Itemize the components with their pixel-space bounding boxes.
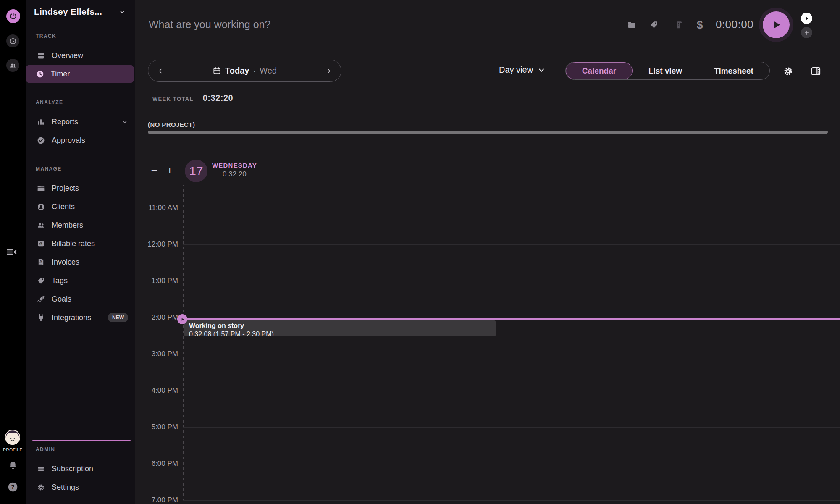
zoom-out-button[interactable]: − [148,164,160,177]
hour-label: 12:00 PM [135,240,178,249]
workspace-power-button[interactable] [6,9,20,23]
day-total: 0:32:20 [212,170,257,178]
sidebar-divider [32,440,131,441]
weekday-label: Wed [260,66,277,76]
task-description-input[interactable] [148,13,444,35]
calendar-settings-button[interactable] [782,66,794,77]
timer-mode-button[interactable] [801,13,812,24]
zoom-in-button[interactable]: + [163,164,176,177]
time-entry-title: Working on story [189,322,491,330]
profile-label: PROFILE [0,448,26,452]
sidebar-item-tags[interactable]: Tags [26,271,134,290]
sidebar-item-label: Billable rates [52,239,128,248]
sidebar-item-label: Subscription [52,465,128,473]
day-number-badge[interactable]: 17 [185,160,207,182]
tab-list-view[interactable]: List view [633,62,698,79]
sidebar-item-clients[interactable]: Clients [26,197,134,216]
sidebar-item-label: Clients [52,202,128,211]
hour-gridline [183,427,840,428]
sidebar-item-settings[interactable]: Settings [26,478,134,496]
sidebar-item-projects[interactable]: Projects [26,179,134,197]
tag-icon[interactable] [649,20,659,29]
start-timer-button[interactable] [763,11,790,38]
sidebar-item-overview[interactable]: Overview [26,46,134,65]
sidebar-item-billable-rates[interactable]: $ Billable rates [26,234,134,253]
billable-receipt-icon[interactable] [675,20,684,29]
sidebar-item-reports[interactable]: Reports [26,113,134,131]
section-label-admin: ADMIN [26,446,135,453]
sidebar-item-label: Tags [52,276,128,285]
new-badge: NEW [108,313,128,322]
panel-icon [810,66,822,77]
section-label-track: TRACK [26,33,135,39]
collapse-sidebar-icon [5,246,18,258]
rocket-icon [37,295,45,304]
week-total-label: WEEK TOTAL [152,96,194,102]
billable-coin-icon: $ [37,239,45,248]
time-entry-details: 0:32:08 (1:57 PM - 2:30 PM) [189,330,491,336]
main-area: $ 0:00:00 Today · Wed [135,0,840,504]
side-panel-toggle-button[interactable] [810,66,822,77]
sidebar-item-label: Overview [52,51,128,60]
sidebar-item-subscription[interactable]: Subscription [26,459,134,478]
time-entry-event[interactable]: Working on story 0:32:08 (1:57 PM - 2:30… [184,320,496,336]
help-button[interactable]: ? [7,481,18,493]
sidebar-item-integrations[interactable]: Integrations NEW [26,308,134,327]
date-navigator: Today · Wed [148,60,341,82]
sidebar-item-label: Members [52,221,128,230]
gear-icon [782,66,794,77]
play-icon [770,18,782,31]
date-label-group[interactable]: Today · Wed [164,66,325,76]
question-icon: ? [7,481,18,493]
section-label-analyze: ANALYZE [26,99,135,106]
day-header: WEDNESDAY 0:32:20 [212,162,257,178]
sidebar-item-goals[interactable]: Goals [26,290,134,308]
timer-clock-icon [36,70,45,79]
sidebar-item-members[interactable]: Members [26,216,134,234]
reports-icon [37,118,45,126]
sidebar-item-invoices[interactable]: $ Invoices [26,253,134,271]
running-entry-play-button[interactable] [177,314,187,324]
notifications-button[interactable] [8,460,18,471]
tab-calendar[interactable]: Calendar [566,62,633,79]
sidebar-item-label: Integrations [52,313,102,322]
sidebar-item-approvals[interactable]: Approvals [26,131,134,150]
dollar-icon[interactable]: $ [697,18,706,28]
timer-topbar: $ 0:00:00 [135,0,840,51]
invoice-icon: $ [37,258,45,267]
profile-avatar[interactable] [5,430,20,445]
mini-play-icon [804,16,810,21]
chevron-down-icon [121,118,128,125]
folder-icon [37,184,45,193]
chevron-down-icon [537,66,546,74]
project-summary-bar [148,131,828,134]
view-switcher: Calendar List view Timesheet [565,62,770,80]
timer-display: 0:00:00 [707,18,762,31]
plug-icon [37,313,45,322]
hour-label: 6:00 PM [135,459,178,468]
subscription-card-icon [37,465,45,473]
collapse-sidebar-button[interactable] [5,246,18,258]
track-rail-button[interactable] [6,34,19,47]
project-summary-label: (NO PROJECT) [148,121,195,128]
workspace-switcher[interactable]: Lindsey Ellefs... [26,0,135,17]
hour-gridline [183,354,840,354]
sidebar-item-label: Reports [52,118,115,126]
next-day-button[interactable] [325,67,333,75]
power-icon [9,12,17,20]
project-folder-icon[interactable] [627,20,636,29]
users-icon [9,62,17,69]
plus-icon [803,29,810,36]
view-range-dropdown[interactable]: Day view [499,65,546,75]
workspace-name: Lindsey Ellefs... [34,7,102,17]
manual-mode-button[interactable] [801,27,812,38]
members-rail-button[interactable] [6,59,19,72]
sidebar-item-timer[interactable]: Timer [26,65,134,83]
svg-text:$: $ [40,242,42,245]
hour-gridline [183,208,840,208]
prev-day-button[interactable] [157,67,164,75]
icon-rail: PROFILE ? [0,0,26,504]
hour-label: 7:00 PM [135,496,178,504]
hour-label: 4:00 PM [135,386,178,395]
tab-timesheet[interactable]: Timesheet [698,62,769,79]
